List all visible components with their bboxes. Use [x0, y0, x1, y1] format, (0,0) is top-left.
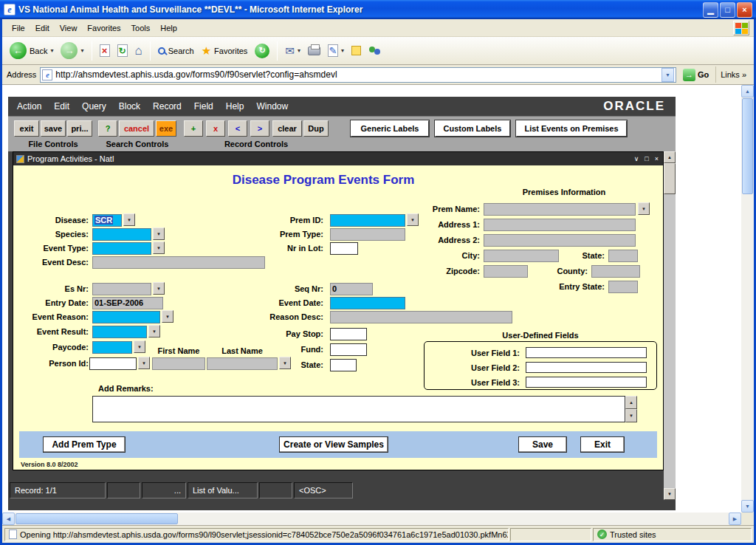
- add-prem-type-button[interactable]: Add Prem Type: [43, 436, 126, 453]
- menu-file[interactable]: File: [7, 21, 30, 35]
- duplicate-record-button[interactable]: Dup: [303, 120, 329, 137]
- clear-record-button[interactable]: clear: [272, 120, 302, 137]
- inner-close-icon[interactable]: ×: [653, 155, 660, 162]
- menu-help[interactable]: Help: [155, 21, 182, 35]
- paycode-field[interactable]: [92, 341, 132, 354]
- save-button[interactable]: save: [41, 120, 66, 137]
- disease-dropdown[interactable]: ▼: [123, 213, 135, 226]
- user-field3-input[interactable]: [526, 377, 647, 388]
- create-or-view-samples-button[interactable]: Create or View Samples: [279, 436, 388, 453]
- species-field[interactable]: [92, 228, 151, 241]
- state-mid-field[interactable]: [330, 359, 357, 371]
- inner-restore-icon[interactable]: □: [643, 155, 650, 162]
- applet-scrollbar-thumb[interactable]: [664, 163, 676, 194]
- home-button[interactable]: ⌂: [132, 42, 145, 60]
- remove-record-button[interactable]: x: [206, 120, 225, 137]
- oracle-menu-field[interactable]: Field: [194, 101, 213, 112]
- es-nr-dropdown[interactable]: ▼: [153, 282, 165, 295]
- forward-button[interactable]: → ▾: [58, 41, 86, 61]
- favorites-button[interactable]: ★ Favorites: [199, 43, 251, 59]
- prem-name-dropdown[interactable]: ▼: [638, 202, 650, 215]
- links-button[interactable]: Links »: [715, 66, 751, 83]
- print-button[interactable]: [305, 45, 323, 57]
- print-form-button[interactable]: pri...: [67, 120, 92, 137]
- media-button[interactable]: ↻: [252, 42, 272, 60]
- menu-edit[interactable]: Edit: [30, 21, 55, 35]
- event-result-dropdown[interactable]: ▼: [148, 325, 160, 337]
- event-type-field[interactable]: [92, 242, 151, 255]
- fund-field[interactable]: [330, 343, 367, 356]
- vertical-scrollbar-thumb[interactable]: [742, 98, 753, 194]
- go-button[interactable]: → Go: [680, 69, 712, 81]
- nr-in-lot-field[interactable]: [330, 242, 358, 255]
- back-button[interactable]: ← Back ▾: [7, 41, 56, 61]
- person-id-field[interactable]: [89, 357, 137, 370]
- oracle-menu-record[interactable]: Record: [153, 101, 182, 112]
- menu-favorites[interactable]: Favorites: [82, 21, 126, 35]
- add-remarks-textarea[interactable]: [92, 396, 625, 422]
- form-save-button[interactable]: Save: [518, 436, 567, 453]
- paycode-dropdown[interactable]: ▼: [134, 340, 145, 353]
- menu-tools[interactable]: Tools: [126, 21, 156, 35]
- enter-query-button[interactable]: ?: [98, 120, 117, 137]
- scroll-left-button[interactable]: ◀: [2, 513, 15, 525]
- user-field2-input[interactable]: [526, 362, 647, 373]
- applet-scrollbar[interactable]: ▲ ▼: [664, 151, 676, 500]
- prem-id-field[interactable]: [330, 214, 405, 227]
- oracle-menu-edit[interactable]: Edit: [54, 101, 69, 112]
- species-dropdown[interactable]: ▼: [153, 227, 165, 240]
- arrow-down-icon: ▼: [667, 492, 672, 496]
- person-id-dropdown[interactable]: ▼: [138, 357, 150, 369]
- event-reason-field[interactable]: [92, 311, 160, 323]
- scroll-right-button[interactable]: ▶: [729, 513, 741, 525]
- oracle-menu-block[interactable]: Block: [119, 101, 140, 112]
- custom-labels-button[interactable]: Custom Labels: [435, 120, 510, 137]
- event-date-field[interactable]: [330, 297, 405, 309]
- horizontal-scrollbar-thumb[interactable]: [16, 513, 178, 524]
- scroll-up-button[interactable]: ▲: [741, 85, 754, 97]
- exit-button[interactable]: exit: [14, 120, 39, 137]
- stop-button[interactable]: ×: [97, 43, 113, 58]
- edit-button[interactable]: ✎ ▾: [325, 43, 347, 58]
- event-reason-dropdown[interactable]: ▼: [162, 310, 173, 323]
- remarks-scroll-up-button[interactable]: ▲: [625, 396, 637, 409]
- insert-record-button[interactable]: +: [184, 120, 203, 137]
- oracle-menu-query[interactable]: Query: [82, 101, 106, 112]
- messenger-button[interactable]: [365, 44, 385, 58]
- oracle-menu-action[interactable]: Action: [17, 101, 41, 112]
- address-dropdown-button[interactable]: ▼: [662, 68, 674, 82]
- remarks-scroll-down-button[interactable]: ▼: [625, 409, 637, 422]
- address-input[interactable]: e http://ahsmdevtest.aphis.usda.gov/form…: [40, 67, 676, 83]
- arrow-down-icon: ▼: [629, 414, 633, 418]
- pay-stop-label: Pay Stop:: [250, 329, 323, 338]
- ie-toolbar: ← Back ▾ → ▾ × ↻ ⌂ Search: [2, 37, 754, 65]
- applet-scroll-down-button[interactable]: ▼: [664, 488, 676, 500]
- cancel-query-button[interactable]: cancel: [119, 120, 154, 137]
- horizontal-scrollbar[interactable]: ◀ ▶: [2, 513, 741, 525]
- oracle-menu-help[interactable]: Help: [226, 101, 244, 112]
- event-result-field[interactable]: [92, 326, 147, 338]
- refresh-button[interactable]: ↻: [114, 43, 131, 58]
- scroll-down-button[interactable]: ▼: [741, 500, 754, 513]
- next-record-button[interactable]: >: [250, 120, 269, 137]
- minimize-button[interactable]: ▁: [703, 2, 718, 18]
- previous-record-button[interactable]: <: [228, 120, 247, 137]
- form-exit-button[interactable]: Exit: [580, 436, 625, 453]
- pay-stop-field[interactable]: [330, 328, 367, 340]
- inner-collapse-icon[interactable]: ∨: [633, 155, 641, 162]
- user-field1-input[interactable]: [526, 347, 647, 358]
- vertical-scrollbar[interactable]: ▲ ▼: [741, 85, 754, 513]
- close-button[interactable]: ×: [737, 2, 752, 18]
- menu-view[interactable]: View: [55, 21, 83, 35]
- generic-labels-button[interactable]: Generic Labels: [351, 120, 429, 137]
- maximize-button[interactable]: □: [720, 2, 735, 18]
- list-events-button[interactable]: List Events on Premises: [516, 120, 627, 137]
- execute-query-button[interactable]: exe: [156, 120, 176, 137]
- event-type-dropdown[interactable]: ▼: [153, 241, 165, 254]
- applet-scroll-up-button[interactable]: ▲: [664, 151, 676, 163]
- disease-field[interactable]: SCR: [92, 214, 122, 227]
- oracle-menu-window[interactable]: Window: [256, 101, 288, 112]
- notes-button[interactable]: [348, 44, 364, 57]
- mail-button[interactable]: ✉ ▾: [282, 43, 303, 59]
- search-button[interactable]: Search: [155, 45, 197, 57]
